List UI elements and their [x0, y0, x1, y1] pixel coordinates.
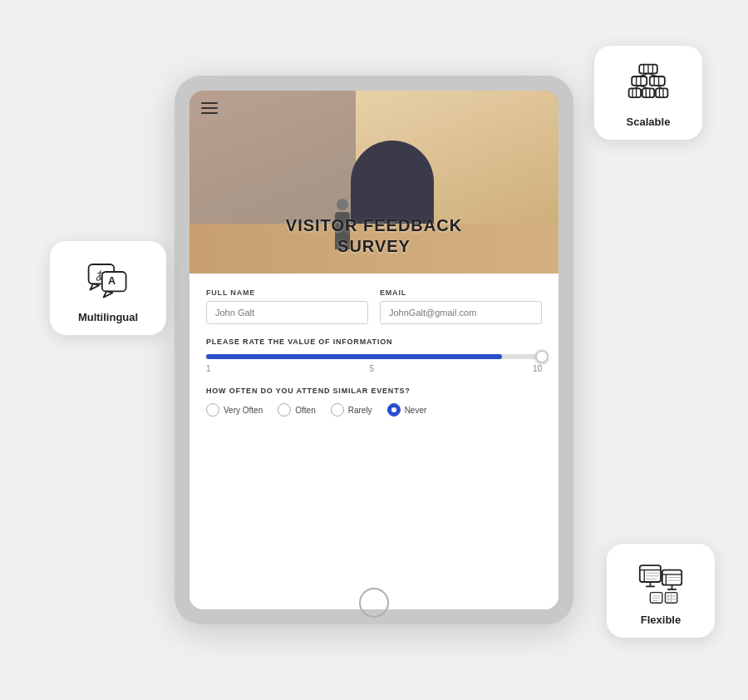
survey-form: FULL NAME EMAIL PLEASE RATE THE VALUE OF…: [189, 274, 559, 609]
multilingual-badge: あ A Multilingual: [50, 241, 166, 335]
radio-label-rarely: Rarely: [348, 406, 372, 415]
radio-rarely[interactable]: Rarely: [331, 403, 372, 417]
radio-circle-very-often[interactable]: [206, 403, 219, 417]
flexible-icon: [634, 555, 687, 609]
form-name-email-row: FULL NAME EMAIL: [206, 288, 542, 324]
slider-mid: 5: [369, 364, 374, 373]
multilingual-icon: あ A: [81, 253, 135, 306]
svg-rect-45: [650, 593, 662, 604]
radio-circle-never[interactable]: [387, 403, 401, 417]
svg-marker-2: [90, 283, 99, 289]
frequency-label: HOW OFTEN DO YOU ATTEND SIMILAR EVENTS?: [206, 387, 542, 395]
scalable-icon: [622, 57, 675, 111]
svg-rect-22: [656, 88, 667, 97]
radio-often[interactable]: Often: [278, 403, 315, 417]
radio-circle-rarely[interactable]: [331, 403, 344, 417]
radio-circle-often[interactable]: [278, 403, 291, 417]
slider-labels: 1 5 10: [206, 364, 542, 373]
radio-label-very-often: Very Often: [224, 406, 263, 415]
email-field: EMAIL: [380, 288, 542, 324]
multilingual-label: Multilingual: [78, 311, 138, 323]
email-label: EMAIL: [380, 288, 542, 297]
survey-title: VISITOR FEEDBACK SURVEY: [189, 215, 559, 257]
svg-text:A: A: [108, 275, 116, 287]
full-name-label: FULL NAME: [206, 288, 368, 297]
slider-thumb[interactable]: [535, 350, 549, 363]
full-name-field: FULL NAME: [206, 288, 368, 324]
tablet-screen: VISITOR FEEDBACK SURVEY FULL NAME EMAIL: [189, 91, 559, 609]
slider-min: 1: [206, 364, 211, 373]
svg-rect-19: [642, 88, 654, 97]
scalable-badge: Scalable: [594, 46, 702, 140]
svg-rect-10: [632, 76, 647, 86]
radio-label-never: Never: [405, 406, 427, 415]
full-name-input[interactable]: [206, 301, 368, 324]
radio-never[interactable]: Never: [387, 403, 427, 417]
survey-header: VISITOR FEEDBACK SURVEY: [189, 91, 559, 274]
tablet-device: VISITOR FEEDBACK SURVEY FULL NAME EMAIL: [175, 76, 573, 624]
slider-section: PLEASE RATE THE VALUE OF INFORMATION 1 5…: [206, 338, 542, 373]
scalable-label: Scalable: [627, 116, 671, 128]
svg-marker-5: [104, 291, 113, 297]
slider-track[interactable]: [206, 354, 542, 359]
slider-label: PLEASE RATE THE VALUE OF INFORMATION: [206, 338, 542, 346]
slider-fill: [206, 354, 502, 359]
svg-rect-30: [640, 565, 661, 582]
svg-rect-16: [629, 88, 641, 97]
flexible-label: Flexible: [641, 614, 681, 626]
svg-rect-13: [650, 76, 665, 86]
radio-very-often[interactable]: Very Often: [206, 403, 263, 417]
flexible-badge: Flexible: [607, 544, 715, 638]
frequency-section: HOW OFTEN DO YOU ATTEND SIMILAR EVENTS? …: [206, 387, 542, 417]
email-input[interactable]: [380, 301, 542, 324]
slider-max: 10: [533, 364, 542, 373]
tablet-home-button[interactable]: [359, 588, 389, 618]
radio-options-row: Very Often Often Rarely Never: [206, 403, 542, 417]
hamburger-menu[interactable]: [201, 102, 218, 114]
radio-label-often: Often: [295, 406, 315, 415]
main-scene: あ A Multilingual: [0, 0, 748, 700]
